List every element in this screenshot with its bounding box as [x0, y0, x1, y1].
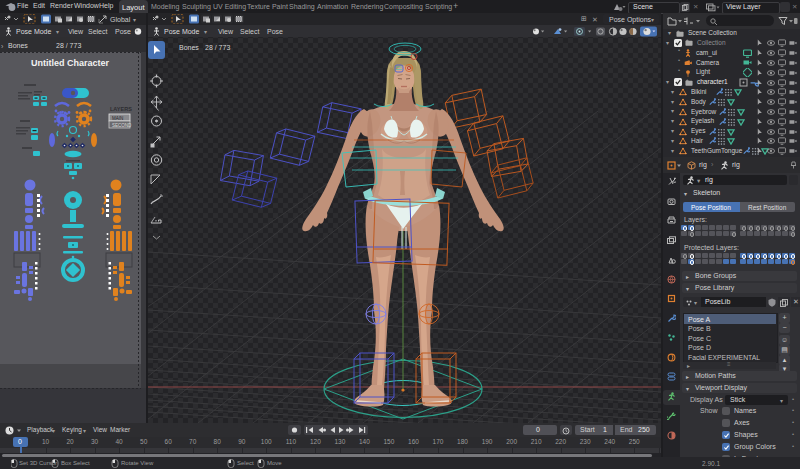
svg-text:SECOND: SECOND	[112, 123, 132, 128]
svg-text:LAYERS: LAYERS	[110, 106, 132, 112]
svg-text:MAIN: MAIN	[112, 116, 123, 121]
svg-text:Untitled Character: Untitled Character	[31, 58, 110, 68]
